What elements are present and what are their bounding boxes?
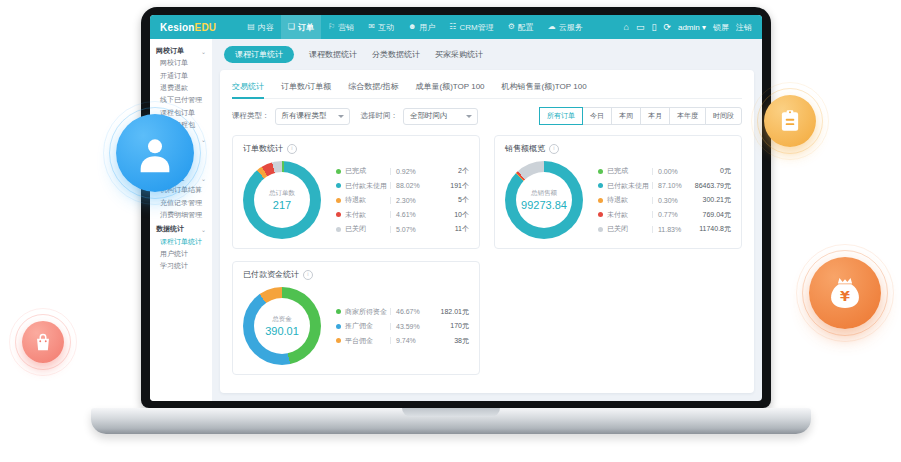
nav-marketing[interactable]: ⚐ 营销: [321, 15, 361, 39]
nav-interaction[interactable]: ✉ 互动: [361, 15, 401, 39]
top-bar-right: ⌂▭▯⟳ admin ▾ 锁屏注销: [624, 22, 753, 33]
legend-row: 已完成 0.92% 2个: [336, 166, 469, 176]
legend-row: 推广佣金 43.59% 170元: [336, 321, 469, 331]
sidebar: 网校订单 ⌄ 网校订单 开通订单 退费退款 线下已付管理: [150, 39, 212, 401]
paid-funds-card: 已付款资金统计 总资金 390.01: [232, 261, 480, 375]
tab[interactable]: 订单数/订单额: [281, 74, 331, 98]
legend-label: 未付款: [345, 210, 387, 220]
nav-crm[interactable]: ☷ CRM管理: [442, 15, 500, 39]
tab[interactable]: 机构销售量(额)TOP 100: [502, 74, 587, 98]
time-range-button[interactable]: 本月: [640, 107, 670, 125]
sidebar-item-label: 学习统计: [160, 261, 188, 271]
info-icon[interactable]: [287, 144, 297, 154]
crm-icon: ☷: [449, 23, 456, 31]
info-icon[interactable]: [303, 270, 313, 280]
secondary-tab[interactable]: 分类数据统计: [372, 46, 420, 63]
course-type-select[interactable]: 所有课程类型: [275, 108, 350, 125]
legend-value: 769.04元: [703, 210, 731, 220]
legend-dot: [336, 324, 341, 329]
filter-row: 课程类型： 所有课程类型 选择时间： 全部时间内 所有订单今日本周本月本年度时间…: [232, 107, 742, 125]
user-circle-badge: [116, 114, 194, 192]
home-icon[interactable]: ⌂: [624, 23, 629, 32]
time-range-button[interactable]: 本周: [611, 107, 641, 125]
time-select[interactable]: 全部时间内: [403, 108, 478, 125]
nav-orders[interactable]: ❏ 订单: [281, 15, 321, 39]
sidebar-item[interactable]: 消费明细管理: [150, 209, 212, 221]
legend-value: 2个: [458, 166, 469, 176]
tab[interactable]: 交易统计: [232, 74, 264, 98]
secondary-tab[interactable]: 课程订单统计: [224, 46, 294, 63]
funds-donut-chart: 总资金 390.01: [243, 287, 321, 365]
time-range-button[interactable]: 所有订单: [539, 107, 583, 125]
person-icon: [134, 132, 176, 174]
secondary-tab[interactable]: 课程数据统计: [309, 46, 357, 63]
legend-value: 300.21元: [703, 195, 731, 205]
legend-percent: 5.07%: [390, 226, 416, 233]
orders-count-card: 订单数统计 总订单数 217: [232, 135, 480, 249]
nav-content[interactable]: ▤ 内容: [240, 15, 281, 39]
lock-screen-link[interactable]: 锁屏: [713, 22, 729, 33]
legend-dot: [598, 183, 603, 188]
orders-donut-chart: 总订单数 217: [243, 161, 321, 239]
legend-percent: 0.77%: [652, 211, 678, 218]
sidebar-item[interactable]: 用户统计: [150, 248, 212, 260]
tab[interactable]: 成单量(额)TOP 100: [415, 74, 484, 98]
legend-label: 待退款: [607, 195, 649, 205]
card-title-text: 已付款资金统计: [243, 269, 299, 280]
content-icon: ▤: [247, 23, 255, 31]
legend-value: 0元: [720, 166, 731, 176]
time-range-button[interactable]: 今日: [582, 107, 612, 125]
monitor-icon[interactable]: ▭: [636, 23, 645, 32]
nav-users[interactable]: ☻ 用户: [401, 15, 442, 39]
top-bar: KesionEDU ▤ 内容 ❏ 订单 ⚐ 营销 ✉ 互动: [150, 15, 762, 39]
legend-percent: 87.10%: [652, 182, 682, 189]
legend-label: 未付款: [607, 210, 649, 220]
sidebar-item[interactable]: 数据统计 ⌄: [150, 223, 212, 235]
app-logo: KesionEDU: [160, 22, 216, 33]
nav-cloud[interactable]: ☁ 云服务: [541, 15, 590, 39]
content-area: 课程订单统计课程数据统计分类数据统计买家采购统计 交易统计订单数/订单额综合数据…: [212, 39, 762, 401]
sidebar-item[interactable]: 学习统计: [150, 260, 212, 272]
info-icon[interactable]: [549, 144, 559, 154]
money-bag-icon: ¥: [826, 274, 864, 312]
legend-dot: [598, 198, 603, 203]
time-range-button[interactable]: 本年度: [669, 107, 706, 125]
mobile-icon[interactable]: ▯: [651, 23, 656, 32]
refresh-icon[interactable]: ⟳: [663, 23, 671, 32]
sidebar-item-label: 用户统计: [160, 249, 188, 259]
chat-icon: ✉: [368, 23, 375, 31]
sales-legend: 已完成 0.00% 0元 已付款未使用 87.10% 86463.79元: [598, 166, 731, 234]
donut-center-value: 217: [273, 199, 291, 211]
sidebar-item[interactable]: 退费退款: [150, 82, 212, 94]
legend-value: 11740.8元: [699, 224, 731, 234]
legend-label: 已完成: [345, 166, 387, 176]
sidebar-item[interactable]: 课程订单统计: [150, 235, 212, 247]
legend-row: 未付款 0.77% 769.04元: [598, 210, 731, 220]
sidebar-item[interactable]: 网校订单 ⌄: [150, 45, 212, 57]
legend-row: 已完成 0.00% 0元: [598, 166, 731, 176]
tab[interactable]: 综合数据/指标: [348, 74, 398, 98]
legend-value: 10个: [454, 210, 469, 220]
main-row: 网校订单 ⌄ 网校订单 开通订单 退费退款 线下已付管理: [150, 39, 762, 401]
card-title: 已付款资金统计: [243, 269, 469, 280]
card-title: 订单数统计: [243, 143, 469, 154]
legend-percent: 0.92%: [390, 168, 416, 175]
legend-row: 已付款未使用 88.02% 191个: [336, 181, 469, 191]
donut-center-label: 总资金: [272, 315, 292, 324]
time-range-button[interactable]: 时间段: [705, 107, 742, 125]
secondary-tab[interactable]: 买家采购统计: [435, 46, 483, 63]
legend-label: 待退款: [345, 195, 387, 205]
legend-percent: 46.67%: [390, 308, 420, 315]
user-menu[interactable]: admin ▾: [678, 23, 706, 32]
legend-percent: 11.83%: [652, 226, 681, 233]
marketing-icon: ⚐: [328, 23, 335, 31]
laptop-base: [91, 408, 811, 434]
logout-link[interactable]: 注销: [736, 22, 752, 33]
donut-center-label: 总订单数: [269, 189, 295, 198]
legend-dot: [336, 198, 341, 203]
nav-settings[interactable]: ⚙ 配置: [501, 15, 541, 39]
sidebar-item[interactable]: 开通订单: [150, 70, 212, 82]
sidebar-item[interactable]: 网校订单: [150, 57, 212, 69]
legend-row: 未付款 4.61% 10个: [336, 210, 469, 220]
legend-value: 182.01元: [441, 307, 469, 317]
